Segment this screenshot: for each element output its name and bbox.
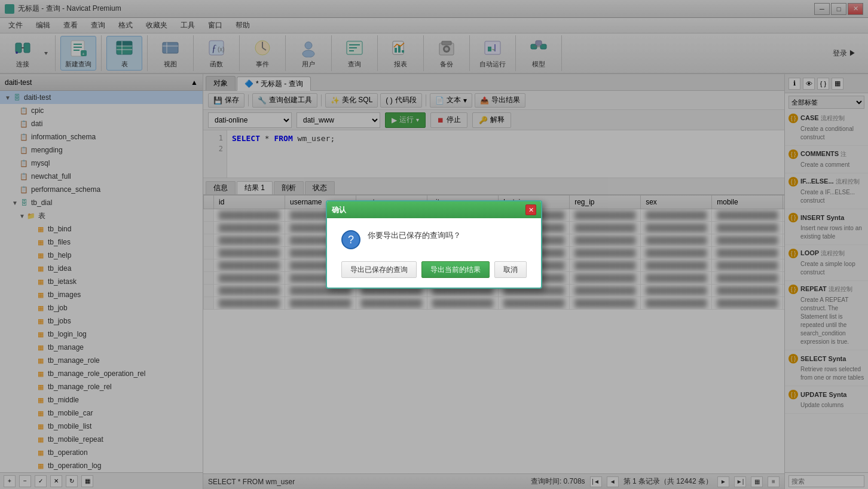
- modal-titlebar: 确认 ✕: [327, 201, 541, 218]
- modal-buttons: 导出已保存的查询 导出当前的结果 取消: [341, 261, 527, 278]
- modal-overlay[interactable]: 确认 ✕ ? 你要导出已保存的查询吗？ 导出已保存的查询 导出当前的结果 取消: [0, 0, 868, 489]
- modal-content: ? 你要导出已保存的查询吗？: [341, 230, 527, 249]
- confirm-dialog: 确认 ✕ ? 你要导出已保存的查询吗？ 导出已保存的查询 导出当前的结果 取消: [326, 200, 542, 289]
- modal-message: 你要导出已保存的查询吗？: [368, 230, 461, 241]
- modal-title: 确认: [332, 205, 346, 215]
- modal-body: ? 你要导出已保存的查询吗？ 导出已保存的查询 导出当前的结果 取消: [327, 218, 541, 288]
- export-saved-query-button[interactable]: 导出已保存的查询: [341, 261, 417, 278]
- export-current-result-button[interactable]: 导出当前的结果: [421, 261, 490, 278]
- modal-question-icon: ?: [341, 230, 360, 249]
- modal-close-button[interactable]: ✕: [525, 204, 536, 215]
- cancel-button[interactable]: 取消: [494, 261, 527, 278]
